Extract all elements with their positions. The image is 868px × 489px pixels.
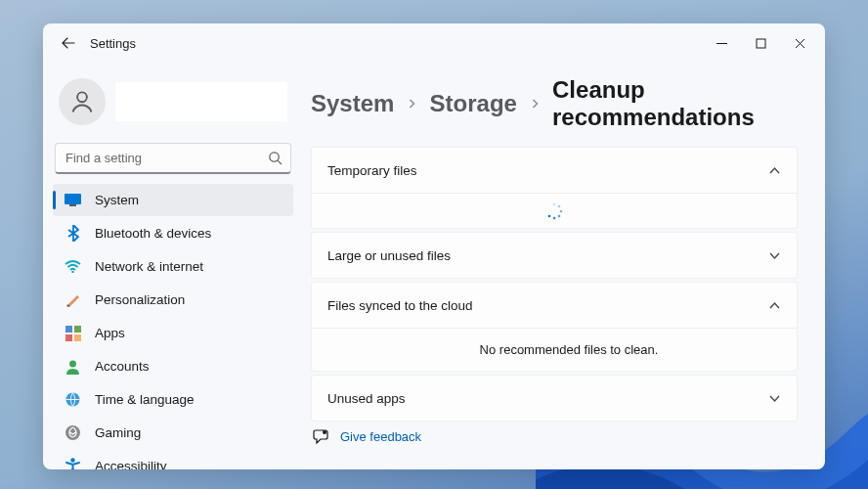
panel-head-unused-apps[interactable]: Unused apps xyxy=(312,376,797,421)
nav-item-time[interactable]: Time & language xyxy=(53,383,293,416)
feedback-icon xyxy=(313,429,328,444)
svg-point-18 xyxy=(553,216,556,219)
breadcrumb-current: Cleanup recommendations xyxy=(552,76,798,131)
nav-label: Bluetooth & devices xyxy=(95,226,211,241)
svg-rect-0 xyxy=(757,39,765,48)
panel-body-cloud-files: No recommended files to clean. xyxy=(312,328,797,371)
svg-rect-9 xyxy=(74,334,81,341)
svg-rect-4 xyxy=(69,204,76,206)
svg-rect-3 xyxy=(65,194,81,204)
svg-point-5 xyxy=(71,271,73,273)
panel-title: Unused apps xyxy=(327,391,406,406)
panel-large-unused-files: Large or unused files xyxy=(311,232,798,279)
app-title: Settings xyxy=(90,36,136,51)
minimize-button[interactable] xyxy=(702,27,741,59)
svg-point-17 xyxy=(558,214,561,217)
profile-section[interactable] xyxy=(53,70,293,139)
nav-label: Personalization xyxy=(95,292,185,307)
panel-cloud-files: Files synced to the cloud No recommended… xyxy=(311,282,798,372)
search-input[interactable] xyxy=(55,143,291,174)
bluetooth-icon xyxy=(65,225,81,242)
panel-unused-apps: Unused apps xyxy=(311,375,798,422)
nav-item-personalization[interactable]: Personalization xyxy=(53,284,293,316)
svg-point-1 xyxy=(77,92,87,102)
svg-point-13 xyxy=(70,458,74,462)
panel-title: Large or unused files xyxy=(327,248,451,263)
nav-list: System Bluetooth & devices Network & int… xyxy=(53,184,293,469)
svg-rect-8 xyxy=(65,334,72,341)
nav-item-accounts[interactable]: Accounts xyxy=(53,350,293,382)
accounts-icon xyxy=(65,358,81,375)
gaming-icon xyxy=(65,424,81,441)
close-button[interactable] xyxy=(780,27,819,59)
main-content: System Storage Cleanup recommendations T… xyxy=(303,63,825,469)
nav-item-accessibility[interactable]: Accessibility xyxy=(53,450,293,469)
nav-label: System xyxy=(95,193,139,207)
system-icon xyxy=(65,192,81,208)
nav-label: Network & internet xyxy=(95,259,203,274)
profile-name-placeholder xyxy=(115,82,287,121)
nav-item-gaming[interactable]: Gaming xyxy=(53,417,293,449)
nav-item-network[interactable]: Network & internet xyxy=(53,250,293,283)
svg-point-14 xyxy=(553,202,556,205)
close-icon xyxy=(795,38,805,49)
nav-item-apps[interactable]: Apps xyxy=(53,317,293,349)
breadcrumb-storage[interactable]: Storage xyxy=(430,90,517,117)
nav-label: Accounts xyxy=(95,359,150,374)
breadcrumb-system[interactable]: System xyxy=(311,90,394,117)
svg-rect-6 xyxy=(65,326,72,333)
maximize-button[interactable] xyxy=(741,27,780,59)
panel-title: Temporary files xyxy=(327,163,417,178)
svg-point-15 xyxy=(558,204,561,207)
window-controls xyxy=(702,27,819,59)
svg-point-10 xyxy=(69,360,76,367)
svg-point-20 xyxy=(323,430,326,434)
maximize-icon xyxy=(756,38,766,49)
chevron-up-icon xyxy=(768,299,781,312)
back-button[interactable] xyxy=(49,23,88,63)
avatar xyxy=(59,78,106,125)
panel-body-temporary-files xyxy=(312,193,797,228)
panel-title: Files synced to the cloud xyxy=(327,298,473,313)
accessibility-icon xyxy=(65,458,81,469)
person-icon xyxy=(68,88,96,115)
chevron-up-icon xyxy=(768,164,781,177)
nav-label: Time & language xyxy=(95,392,195,407)
brush-icon xyxy=(65,291,81,308)
svg-point-16 xyxy=(560,209,563,212)
panel-head-cloud-files[interactable]: Files synced to the cloud xyxy=(312,283,797,328)
settings-window: Settings System xyxy=(43,23,825,469)
panels: Temporary files xyxy=(311,147,798,422)
nav-item-system[interactable]: System xyxy=(53,184,293,216)
breadcrumb: System Storage Cleanup recommendations xyxy=(311,76,798,131)
cloud-empty-message: No recommended files to clean. xyxy=(327,342,781,357)
sidebar: System Bluetooth & devices Network & int… xyxy=(43,63,303,469)
panel-head-large-unused-files[interactable]: Large or unused files xyxy=(312,233,797,278)
clock-globe-icon xyxy=(65,391,81,408)
feedback-link-row: Give feedback xyxy=(311,429,798,444)
nav-label: Gaming xyxy=(95,425,141,440)
titlebar: Settings xyxy=(43,23,825,63)
search-icon xyxy=(268,151,282,165)
panel-head-temporary-files[interactable]: Temporary files xyxy=(312,148,797,193)
search-box[interactable] xyxy=(55,143,291,174)
back-arrow-icon xyxy=(61,35,76,51)
chevron-right-icon xyxy=(408,97,415,111)
chevron-right-icon xyxy=(531,97,539,111)
svg-rect-7 xyxy=(74,326,81,333)
wifi-icon xyxy=(65,258,81,275)
minimize-icon xyxy=(716,38,727,49)
nav-item-bluetooth[interactable]: Bluetooth & devices xyxy=(53,217,293,249)
give-feedback-link[interactable]: Give feedback xyxy=(340,429,421,444)
loading-spinner-icon xyxy=(545,202,563,220)
nav-label: Accessibility xyxy=(95,459,167,469)
svg-point-2 xyxy=(270,153,279,161)
panel-temporary-files: Temporary files xyxy=(311,147,798,229)
apps-icon xyxy=(65,325,81,341)
chevron-down-icon xyxy=(768,249,781,262)
chevron-down-icon xyxy=(768,392,781,405)
svg-point-19 xyxy=(548,214,551,217)
nav-label: Apps xyxy=(95,326,125,340)
